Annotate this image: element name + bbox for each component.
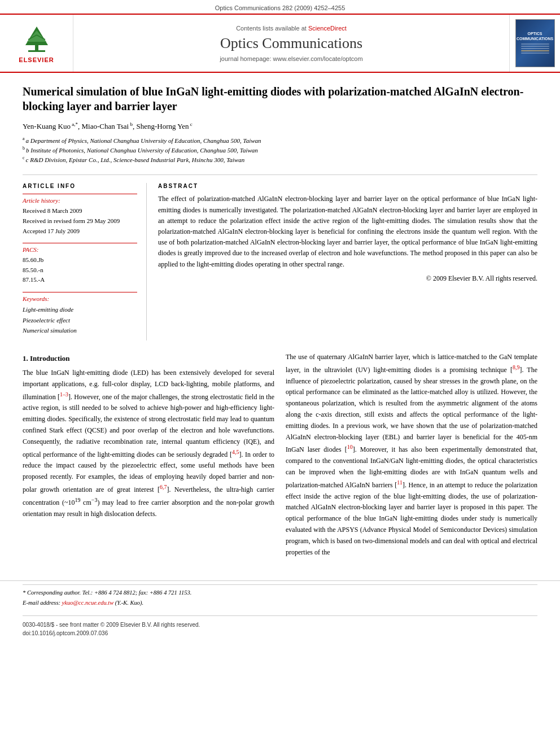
homepage-text: journal homepage: www.elsevier.com/locat… bbox=[220, 55, 362, 62]
journal-cover-section: OPTICSCOMMUNICATIONS bbox=[509, 15, 560, 72]
article-info-title: ARTICLE INFO bbox=[23, 183, 137, 189]
author-3-sup: c bbox=[189, 121, 193, 127]
affiliation-2: b b Institute of Photonics, National Cha… bbox=[23, 145, 537, 155]
affiliation-3-text: c R&D Division, Epistar Co., Ltd., Scien… bbox=[26, 156, 245, 163]
pacs-1: 85.60.Jb bbox=[23, 255, 137, 265]
ref-10[interactable]: 10 bbox=[347, 444, 353, 450]
elsevier-logo-section: ELSEVIER bbox=[0, 15, 73, 72]
journal-title: Optics Communications bbox=[220, 35, 362, 52]
sciencedirect-link[interactable]: ScienceDirect bbox=[308, 25, 347, 32]
introduction-heading: 1. Introduction bbox=[23, 354, 274, 363]
author-1: Yen-Kuang Kuo bbox=[23, 122, 71, 130]
keywords-section: Keywords: Light-emitting diode Piezoelec… bbox=[23, 292, 137, 336]
affiliations: a a Department of Physics, National Chan… bbox=[23, 136, 537, 164]
affiliation-2-text: b Institute of Photonics, National Chang… bbox=[26, 147, 258, 154]
footnote-1: * Corresponding author. Tel.: +886 4 724… bbox=[23, 588, 537, 597]
keywords-title: Keywords: bbox=[23, 295, 137, 302]
body-col-left: 1. Introduction The blue InGaN light-emi… bbox=[23, 352, 274, 563]
elsevier-tree-icon bbox=[17, 24, 56, 55]
email-label: E-mail address: bbox=[23, 600, 62, 606]
pacs-title: PACS: bbox=[23, 246, 137, 253]
author-2-sup: b bbox=[129, 121, 133, 127]
journal-header-center: Contents lists available at ScienceDirec… bbox=[73, 15, 509, 72]
journal-cover-image: OPTICSCOMMUNICATIONS bbox=[515, 19, 555, 67]
article-footer: * Corresponding author. Tel.: +886 4 724… bbox=[0, 580, 560, 642]
article-history: Received 8 March 2009 Received in revise… bbox=[23, 206, 137, 236]
copyright-footer-text: 0030-4018/$ - see front matter © 2009 El… bbox=[23, 622, 200, 628]
abstract-column: ABSTRACT The effect of polarization-matc… bbox=[158, 183, 537, 340]
accepted-date: Accepted 17 July 2009 bbox=[23, 226, 137, 237]
received-date: Received 8 March 2009 bbox=[23, 206, 137, 216]
body-section: 1. Introduction The blue InGaN light-emi… bbox=[23, 352, 537, 563]
article-info-abstract-section: ARTICLE INFO Article history: Received 8… bbox=[23, 174, 537, 340]
authors-line: Yen-Kuang Kuo a,*, Miao-Chan Tsai b, She… bbox=[23, 121, 537, 131]
elsevier-label: ELSEVIER bbox=[19, 56, 54, 63]
doi-line: doi:10.1016/j.optcom.2009.07.036 bbox=[23, 630, 537, 636]
author-3: Sheng-Horng Yen bbox=[136, 122, 189, 130]
article-info-column: ARTICLE INFO Article history: Received 8… bbox=[23, 183, 147, 340]
footnote-2: E-mail address: ykuo@cc.ncue.edu.tw (Y.-… bbox=[23, 599, 537, 608]
sciencedirect-text: Contents lists available at bbox=[236, 25, 307, 32]
svg-rect-1 bbox=[28, 50, 45, 52]
abstract-copyright: © 2009 Elsevier B.V. All rights reserved… bbox=[158, 274, 537, 283]
ref-8-9[interactable]: 8,9 bbox=[513, 364, 520, 370]
affiliation-1-text: a Department of Physics, National Changh… bbox=[26, 137, 261, 144]
citation-header: Optics Communications 282 (2009) 4252–42… bbox=[0, 0, 560, 14]
affiliation-1: a a Department of Physics, National Chan… bbox=[23, 136, 537, 145]
pacs-section: PACS: 85.60.Jb 85.50.-n 87.15.-A bbox=[23, 243, 137, 285]
article-history-section: Article history: Received 8 March 2009 R… bbox=[23, 194, 137, 236]
ref-4-5[interactable]: 4,5 bbox=[232, 449, 239, 455]
svg-rect-0 bbox=[35, 45, 38, 51]
abstract-title: ABSTRACT bbox=[158, 183, 537, 189]
ref-11[interactable]: 11 bbox=[397, 479, 403, 486]
email-link[interactable]: ykuo@cc.ncue.edu.tw bbox=[62, 600, 114, 606]
pacs-2: 85.50.-n bbox=[23, 265, 137, 276]
cover-decoration bbox=[521, 43, 549, 55]
cover-title: OPTICSCOMMUNICATIONS bbox=[517, 32, 553, 41]
page-wrapper: Optics Communications 282 (2009) 4252–42… bbox=[0, 0, 560, 747]
copyright-doi-line: 0030-4018/$ - see front matter © 2009 El… bbox=[23, 622, 537, 628]
pacs-3: 87.15.-A bbox=[23, 275, 137, 285]
keyword-3: Numerical simulation bbox=[23, 325, 137, 336]
ref-6-7[interactable]: 6,7 bbox=[160, 484, 167, 490]
article-history-title: Article history: bbox=[23, 197, 137, 204]
elsevier-logo: ELSEVIER bbox=[17, 24, 56, 63]
affiliation-3: c c R&D Division, Epistar Co., Ltd., Sci… bbox=[23, 155, 537, 164]
body-col-right: The use of quaternary AlGaInN barrier la… bbox=[286, 352, 537, 563]
article-title: Numerical simulation of blue InGaN light… bbox=[23, 84, 537, 113]
keyword-2: Piezoelectric effect bbox=[23, 315, 137, 326]
sciencedirect-line: Contents lists available at ScienceDirec… bbox=[236, 25, 347, 32]
homepage-line: journal homepage: www.elsevier.com/locat… bbox=[220, 55, 362, 62]
journal-header: ELSEVIER Contents lists available at Sci… bbox=[0, 14, 560, 73]
svg-marker-3 bbox=[27, 30, 46, 42]
article-content: Numerical simulation of blue InGaN light… bbox=[0, 73, 560, 575]
intro-paragraph-2: The use of quaternary AlGaInN barrier la… bbox=[286, 352, 537, 558]
citation-text: Optics Communications 282 (2009) 4252–42… bbox=[215, 5, 345, 11]
author-1-sup: a,* bbox=[71, 121, 78, 127]
pacs-values: 85.60.Jb 85.50.-n 87.15.-A bbox=[23, 255, 137, 285]
author-2: Miao-Chan Tsai bbox=[81, 122, 129, 130]
ref-1-3[interactable]: 1–3 bbox=[60, 391, 68, 397]
revised-date: Received in revised form 29 May 2009 bbox=[23, 216, 137, 226]
intro-paragraph-1: The blue InGaN light-emitting diode (LED… bbox=[23, 368, 274, 519]
email-attribution: (Y.-K. Kuo). bbox=[115, 600, 143, 606]
abstract-text: The effect of polarization-matched AlGaI… bbox=[158, 194, 537, 269]
keyword-1: Light-emitting diode bbox=[23, 304, 137, 315]
